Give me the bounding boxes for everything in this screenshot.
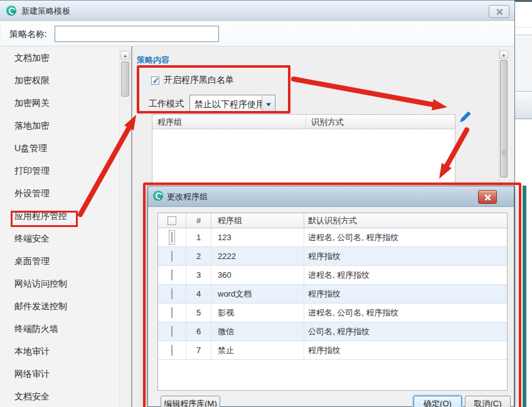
- row-checkbox[interactable]: [171, 270, 173, 280]
- background-toolbar: [515, 91, 532, 119]
- sidebar-nav: 文档加密加密权限加密网关落地加密U盘管理打印管理外设管理应用程序管控终端安全桌面…: [1, 46, 119, 407]
- select-all-cell: [158, 213, 186, 228]
- row-group-name: 360: [211, 266, 304, 284]
- table-row[interactable]: 6 微信 公司名, 程序指纹: [158, 322, 507, 341]
- row-checkbox[interactable]: [171, 232, 173, 243]
- sidebar-scrollbar-thumb[interactable]: [121, 61, 129, 97]
- sidebar-item-label: 终端安全: [14, 233, 50, 243]
- sidebar-item[interactable]: 终端防火墙: [1, 317, 119, 340]
- column-header-method: 识别方式: [306, 115, 455, 129]
- row-index: 2: [186, 247, 211, 265]
- row-group-name: word文档: [211, 285, 304, 303]
- row-group-name: 微信: [211, 322, 304, 341]
- app-logo-icon: [153, 191, 163, 201]
- background-panel: [515, 34, 532, 91]
- row-checkbox-cell: [158, 247, 186, 265]
- table-row[interactable]: 5 影视 进程名, 公司名, 程序指纹: [158, 304, 507, 322]
- row-index: 7: [186, 341, 211, 359]
- row-default-method: 程序指纹: [304, 341, 507, 359]
- policy-name-input[interactable]: [55, 26, 219, 42]
- work-mode-value: 禁止以下程序使用: [194, 99, 265, 110]
- sidebar-item[interactable]: 加密网关: [1, 92, 119, 114]
- close-button[interactable]: [489, 5, 509, 18]
- row-checkbox-cell: [158, 322, 186, 341]
- table-header-row: 程序组 识别方式: [152, 115, 455, 129]
- work-mode-label: 工作模式: [149, 98, 184, 110]
- table-row[interactable]: 2 2222 程序指纹: [158, 247, 507, 266]
- close-icon: [496, 9, 503, 15]
- sidebar-item-label: U盘管理: [14, 143, 47, 153]
- row-checkbox-cell: [158, 266, 186, 284]
- row-checkbox-cell: [158, 228, 186, 246]
- sidebar-item[interactable]: 落地加密: [1, 114, 119, 137]
- dropdown-arrow-button[interactable]: [262, 96, 274, 112]
- change-program-group-dialog: 更改程序组 # 程序组 默认识别方式 1 123 进程名, 公司名, 程序指纹 …: [147, 186, 514, 407]
- row-default-method: 程序指纹: [304, 285, 507, 303]
- sidebar-item[interactable]: 本地审计: [1, 340, 119, 362]
- sidebar-item[interactable]: 打印管理: [1, 159, 119, 182]
- row-default-method: 程序指纹: [304, 247, 507, 265]
- window-title: 新建策略模板: [21, 6, 70, 17]
- dialog-close-button[interactable]: [478, 190, 497, 204]
- row-default-method: 进程名, 程序指纹: [304, 266, 507, 284]
- policy-name-row: 策略名称:: [1, 21, 514, 46]
- row-checkbox-cell: [158, 304, 186, 322]
- work-mode-dropdown[interactable]: 禁止以下程序使用: [189, 95, 275, 113]
- sidebar-item[interactable]: U盘管理: [1, 137, 119, 159]
- table-row[interactable]: 4 word文档 程序指纹: [158, 285, 507, 304]
- row-index: 1: [186, 228, 211, 246]
- edit-pencil-icon[interactable]: [459, 110, 472, 124]
- row-checkbox-cell: [158, 285, 186, 303]
- sidebar-item[interactable]: 网络审计: [1, 362, 119, 385]
- cancel-button[interactable]: 取消(C): [465, 396, 511, 407]
- row-index: 3: [186, 266, 211, 284]
- sidebar-item[interactable]: 终端安全: [1, 227, 119, 250]
- sidebar-scrollbar[interactable]: ▲: [119, 46, 130, 407]
- program-group-list-table: # 程序组 默认识别方式 1 123 进程名, 公司名, 程序指纹 2 2222…: [157, 213, 508, 391]
- ok-button[interactable]: 确定(O): [413, 396, 462, 407]
- sidebar-item[interactable]: 邮件发送控制: [1, 295, 119, 317]
- row-group-name: 禁止: [211, 341, 304, 359]
- work-mode-row: 工作模式 禁止以下程序使用: [149, 95, 275, 113]
- sidebar-item-label: 落地加密: [14, 120, 50, 130]
- divider: [515, 27, 532, 28]
- sidebar-item[interactable]: 文档加密: [1, 46, 119, 69]
- sidebar-item[interactable]: 网站访问控制: [1, 272, 119, 295]
- sidebar-item[interactable]: 外设管理: [1, 182, 119, 204]
- titlebar: 新建策略模板: [0, 1, 515, 21]
- sidebar-item-label: 加密网关: [14, 98, 50, 108]
- sidebar-item[interactable]: 加密权限: [1, 69, 119, 92]
- row-checkbox-cell: [158, 341, 186, 359]
- row-default-method: 公司名, 程序指纹: [304, 322, 507, 341]
- column-header-group: 程序组: [211, 213, 304, 228]
- sidebar-item-label: 本地审计: [14, 346, 50, 356]
- sidebar-item[interactable]: 应用程序管控: [1, 204, 119, 227]
- select-all-checkbox[interactable]: [168, 216, 176, 225]
- content-scrollbar-thumb[interactable]: [500, 60, 508, 177]
- row-index: 5: [186, 304, 211, 322]
- background-window-border: [515, 0, 532, 2]
- scroll-up-icon[interactable]: ▲: [499, 50, 508, 59]
- edit-program-library-button[interactable]: 编辑程序库(M): [161, 396, 220, 407]
- row-default-method: 进程名, 公司名, 程序指纹: [304, 304, 507, 322]
- section-title: 策略内容: [137, 55, 169, 66]
- scroll-up-icon[interactable]: ▲: [120, 51, 130, 60]
- row-checkbox[interactable]: [171, 251, 173, 262]
- sidebar-item-label: 终端防火墙: [14, 324, 58, 334]
- dialog-titlebar: 更改程序组: [148, 186, 514, 207]
- table-row[interactable]: 7 禁止 程序指纹: [158, 341, 507, 360]
- row-checkbox[interactable]: [171, 345, 173, 356]
- row-checkbox[interactable]: [171, 307, 173, 318]
- sidebar-item[interactable]: 桌面管理: [1, 250, 119, 272]
- sidebar-item-label: 文档安全: [14, 391, 50, 401]
- sidebar-item-label: 打印管理: [14, 166, 50, 176]
- table-row[interactable]: 1 123 进程名, 公司名, 程序指纹: [158, 228, 507, 247]
- sidebar-item-label: 文档加密: [14, 53, 50, 63]
- row-checkbox[interactable]: [171, 288, 173, 299]
- row-checkbox[interactable]: [171, 326, 173, 337]
- table-row[interactable]: 3 360 进程名, 程序指纹: [158, 266, 507, 285]
- sidebar-item[interactable]: 文档安全: [1, 385, 119, 407]
- chevron-down-icon: [266, 103, 271, 106]
- enable-blacklist-checkbox[interactable]: [151, 77, 159, 85]
- sidebar-item-label: 网站访问控制: [14, 278, 67, 288]
